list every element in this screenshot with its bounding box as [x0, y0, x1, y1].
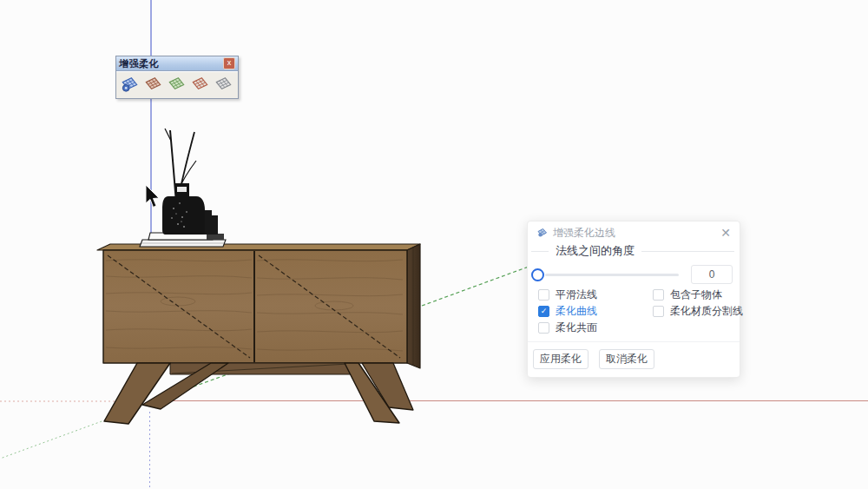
checkbox-box[interactable] [538, 289, 549, 301]
axis-green-solid-b [422, 267, 529, 306]
checkbox-box[interactable]: ✓ [538, 306, 549, 317]
angle-slider-track[interactable] [545, 274, 679, 276]
soften-options: 平滑法线 包含子物体 ✓ 柔化曲线 柔化材质分割线 柔化共面 [538, 289, 733, 334]
checkbox-include-children[interactable]: 包含子物体 [653, 289, 743, 301]
toolbar-close-icon[interactable]: x [223, 57, 235, 69]
checkbox-box[interactable] [653, 306, 664, 317]
soften-tool-brick-icon[interactable] [143, 76, 163, 94]
soften-toolbar-window[interactable]: 增强柔化 x [115, 56, 239, 99]
checkbox-label[interactable]: 柔化材质分割线 [670, 304, 743, 319]
soften-tool-red-icon[interactable] [190, 76, 210, 94]
checkbox-label[interactable]: 平滑法线 [556, 287, 597, 302]
sideboard-cabinet[interactable] [97, 244, 529, 424]
toolbar-title: 增强柔化 [119, 59, 223, 69]
cursor-arrow [146, 185, 159, 208]
dialog-close-icon[interactable]: ✕ [720, 227, 731, 239]
checkbox-label[interactable]: 包含子物体 [670, 287, 722, 302]
checkbox-box[interactable] [538, 322, 549, 334]
soften-tool-blue-icon[interactable] [120, 76, 140, 94]
soften-dialog-icon [536, 228, 548, 238]
apply-soften-button[interactable]: 应用柔化 [533, 349, 589, 369]
angle-slider-handle[interactable] [531, 268, 544, 281]
cabinet-side[interactable] [407, 244, 420, 368]
toolbar-titlebar[interactable]: 增强柔化 x [116, 56, 238, 71]
checkbox-soften-curves[interactable]: ✓ 柔化曲线 [538, 306, 653, 317]
checkbox-label[interactable]: 柔化共面 [556, 320, 597, 335]
vase-with-branches[interactable] [162, 129, 218, 235]
vase-body [162, 196, 205, 235]
angle-section-label: 法线之间的角度 [556, 243, 635, 259]
cancel-soften-button[interactable]: 取消柔化 [599, 349, 654, 369]
angle-slider-row: 0 [528, 265, 740, 284]
soften-tool-green-icon[interactable] [167, 76, 187, 94]
sketchup-viewport[interactable]: 增强柔化 x [0, 0, 868, 489]
checkbox-box[interactable] [653, 289, 664, 301]
angle-section: 法线之间的角度 [528, 244, 740, 258]
checkbox-smooth-normals[interactable]: 平滑法线 [538, 289, 653, 301]
section-divider-right [641, 251, 734, 252]
checkbox-label[interactable]: 柔化曲线 [556, 304, 597, 319]
dark-book [207, 234, 224, 240]
vase-label [177, 187, 187, 192]
books-stack[interactable] [140, 233, 226, 247]
dialog-title: 增强柔化边线 [553, 226, 720, 241]
dialog-header: 增强柔化边线 ✕ [528, 225, 740, 241]
soften-edges-dialog[interactable]: 增强柔化边线 ✕ 法线之间的角度 0 平滑法线 包含子物体 ✓ 柔化曲线 [527, 221, 740, 378]
soften-tool-gray-icon[interactable] [214, 76, 233, 94]
toolbar-icon-row [116, 71, 238, 98]
checkbox-soften-coplanar[interactable]: 柔化共面 [538, 322, 653, 334]
angle-value-input[interactable]: 0 [691, 265, 733, 284]
checkbox-soften-material-splits[interactable]: 柔化材质分割线 [653, 306, 743, 317]
section-divider-left [531, 251, 549, 252]
dialog-buttons: 应用柔化 取消柔化 [528, 342, 740, 369]
